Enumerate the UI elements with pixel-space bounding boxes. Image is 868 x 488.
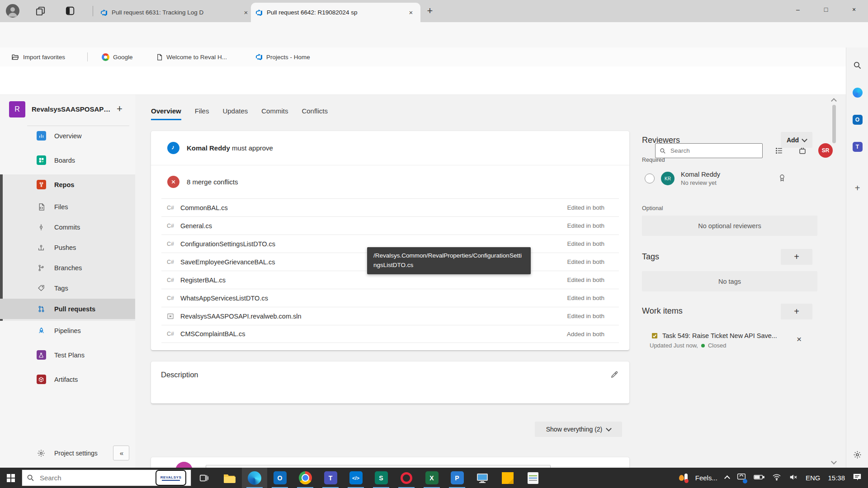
sidebar-item-commits[interactable]: Commits [0, 217, 135, 237]
work-item-row[interactable]: Task 549: Raise Ticket New API Save... [651, 332, 777, 339]
language-indicator[interactable]: ENG [806, 474, 821, 482]
battery-icon[interactable] [754, 474, 764, 482]
edit-pencil-icon[interactable] [610, 371, 618, 380]
file-name[interactable]: WhatsAppServicesListDTO.cs [180, 295, 268, 302]
taskbar-app-chrome[interactable] [292, 468, 318, 488]
m365-copilot-icon[interactable] [852, 87, 863, 98]
cast-sync-icon[interactable] [737, 473, 746, 483]
merge-conflicts-text[interactable]: 8 merge conflicts [187, 178, 238, 186]
file-name[interactable]: SaveEmployeeGrievanceBAL.cs [180, 258, 275, 266]
file-name[interactable]: ConfigurationSettingsListDTO.cs [180, 240, 275, 248]
tab-updates[interactable]: Updates [222, 107, 248, 120]
bookmark-projects-home[interactable]: Projects - Home [255, 47, 310, 66]
add-reviewer-button[interactable]: Add [781, 132, 812, 148]
browser-tab-active[interactable]: Pull request 6642: R19082024 sp × [251, 3, 420, 22]
taskbar-app-green[interactable]: S [368, 468, 394, 488]
window-close-button[interactable]: × [840, 0, 868, 19]
approver-name[interactable]: Komal Reddy [187, 144, 230, 152]
start-button[interactable] [0, 468, 22, 488]
file-name[interactable]: CMSComplaintBAL.cs [180, 330, 245, 338]
tab-commits[interactable]: Commits [261, 107, 288, 120]
sidebar-item-overview[interactable]: Overview [0, 126, 135, 146]
file-name[interactable]: CommonBAL.cs [180, 204, 228, 211]
reviewer-row[interactable]: KR Komal Reddy No review yet [645, 171, 720, 186]
file-name[interactable]: RegisterBAL.cs [180, 277, 226, 284]
taskbar-app-notes[interactable] [520, 468, 546, 488]
ado-search-box[interactable] [655, 143, 763, 158]
window-minimize-button[interactable]: – [784, 0, 812, 19]
sidebar-settings-gear-icon[interactable] [852, 450, 863, 460]
tab-panel-icon[interactable] [65, 6, 75, 18]
scrollbar-thumb[interactable] [832, 105, 836, 143]
sidebar-item-files[interactable]: Files [0, 197, 135, 217]
teams-icon[interactable]: T [852, 141, 863, 152]
sidebar-item-test-plans[interactable]: Test Plans [0, 345, 135, 365]
tab-overview[interactable]: Overview [151, 107, 181, 120]
user-avatar[interactable]: SR [818, 143, 833, 158]
wifi-icon[interactable] [772, 474, 781, 483]
file-name[interactable]: General.cs [180, 222, 212, 230]
sidebar-item-artifacts[interactable]: Artifacts [0, 369, 135, 389]
taskbar-app-edge[interactable] [242, 468, 267, 488]
sidebar-item-pipelines[interactable]: Pipelines [0, 320, 135, 341]
reviewer-name[interactable]: Komal Reddy [681, 171, 720, 178]
taskbar-search-box[interactable]: REVALSYS [22, 469, 191, 486]
tab-conflicts[interactable]: Conflicts [302, 107, 328, 120]
outlook-icon[interactable]: O [852, 114, 863, 125]
conflict-file-row[interactable]: RevalsysSAASPOSAPI.revalweb.com.sln Edit… [161, 307, 619, 325]
tab-close-icon[interactable]: × [406, 8, 416, 18]
project-name[interactable]: RevalsysSAASPOSAPI.r... [32, 105, 112, 113]
sidebar-add-icon[interactable]: + [852, 183, 863, 193]
project-avatar[interactable]: R [9, 101, 25, 117]
sidebar-search-icon[interactable] [852, 60, 863, 70]
weather-text[interactable]: Feels... [695, 474, 717, 482]
volume-muted-icon[interactable] [789, 474, 798, 483]
taskbar-app-vscode[interactable]: </> [343, 468, 368, 488]
taskbar-app-excel[interactable]: X [419, 468, 444, 488]
sidebar-item-repos[interactable]: Repos [0, 174, 135, 195]
work-item-title[interactable]: Task 549: Raise Ticket New API Save... [662, 332, 777, 339]
taskbar-app-file-explorer[interactable] [217, 468, 242, 488]
tab-close-icon[interactable]: × [241, 8, 251, 18]
reviewer-radio[interactable] [645, 174, 655, 183]
sidebar-item-tags[interactable]: Tags [0, 278, 135, 298]
add-work-item-button[interactable]: + [781, 304, 812, 319]
remove-work-item-icon[interactable]: × [797, 334, 802, 344]
ado-search-input[interactable] [670, 147, 748, 155]
sidebar-item-boards[interactable]: Boards [0, 150, 135, 170]
sidebar-item-pull-requests[interactable]: Pull requests [0, 299, 135, 319]
file-name[interactable]: RevalsysSAASPOSAPI.revalweb.com.sln [180, 313, 302, 320]
taskbar-app-sticky-notes[interactable] [495, 468, 520, 488]
taskbar-app-opera[interactable] [394, 468, 419, 488]
task-view-button[interactable] [191, 468, 217, 488]
browser-profile-icon[interactable] [6, 4, 19, 18]
taskbar-app-remote-desktop[interactable] [470, 468, 495, 488]
my-work-icon[interactable] [775, 147, 783, 156]
add-project-icon[interactable]: + [117, 103, 123, 115]
notification-center-icon[interactable] [853, 473, 862, 483]
sidebar-item-pushes[interactable]: Pushes [0, 237, 135, 258]
hidden-icons-chevron[interactable] [725, 474, 729, 482]
browser-tab-inactive[interactable]: Pull request 6631: Tracking Log D × [96, 3, 255, 22]
taskbar-app-teams[interactable]: T [318, 468, 343, 488]
sidebar-collapse-button[interactable]: « [113, 446, 129, 460]
taskbar-search-input[interactable] [39, 474, 151, 482]
bookmark-import-favorites[interactable]: Import favorites [11, 47, 65, 66]
bookmark-google[interactable]: Google [102, 47, 133, 66]
clock[interactable]: 15:38 [828, 474, 845, 482]
conflict-file-row[interactable]: C# WhatsAppServicesListDTO.cs Edited in … [161, 289, 619, 307]
bookmark-welcome-reval[interactable]: Welcome to Reval H... [156, 47, 227, 66]
conflict-file-row[interactable]: C# CMSComplaintBAL.cs Added in both [161, 325, 619, 343]
workspaces-icon[interactable] [35, 6, 46, 18]
marketplace-bag-icon[interactable] [798, 146, 807, 156]
weather-icon[interactable] [679, 474, 688, 482]
scroll-down-icon[interactable] [832, 457, 836, 465]
show-everything-button[interactable]: Show everything (2) [535, 422, 622, 437]
conflict-file-row[interactable]: C# General.cs Edited in both [161, 216, 619, 235]
new-tab-button[interactable]: + [424, 5, 436, 16]
scroll-up-icon[interactable] [832, 97, 836, 105]
window-maximize-button[interactable]: □ [812, 0, 840, 19]
sidebar-item-branches[interactable]: Branches [0, 258, 135, 278]
conflict-file-row[interactable]: C# CommonBAL.cs Edited in both [161, 198, 619, 216]
taskbar-app-outlook[interactable]: O [267, 468, 292, 488]
